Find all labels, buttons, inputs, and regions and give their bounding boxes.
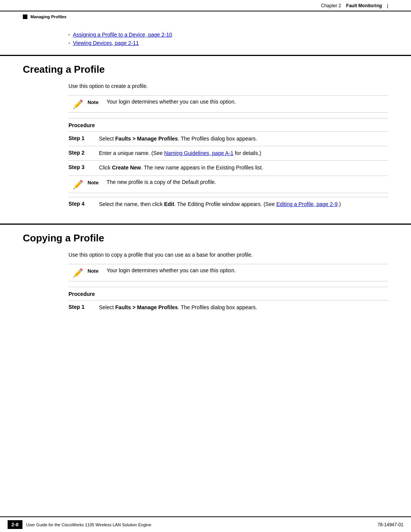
copying-step-1-content: Select Faults > Manage Profiles. The Pro… bbox=[99, 304, 388, 312]
creating-profile-heading: Creating a Profile bbox=[0, 55, 411, 75]
copying-note-container-1: ✏️ Note Your login determines whether yo… bbox=[68, 264, 388, 281]
step-2-label: Step 2 bbox=[68, 149, 99, 156]
page-number: 2-8 bbox=[8, 520, 22, 529]
bullet-list: • Assigning a Profile to a Device, page … bbox=[68, 30, 342, 47]
step-3-bold: Create New bbox=[112, 165, 141, 171]
note-pencil-icon-1: ✏️ bbox=[68, 99, 88, 109]
steps-area-1: Step 1 Select Faults > Manage Profiles. … bbox=[23, 131, 388, 208]
bullet-dot: • bbox=[68, 41, 70, 45]
note-block-2: ✏️ Note The new profile is a copy of the… bbox=[68, 176, 388, 193]
creating-profile-section: Creating a Profile Use this option to cr… bbox=[0, 55, 411, 208]
list-item: • Assigning a Profile to a Device, page … bbox=[68, 30, 342, 39]
link-editing-profile[interactable]: Editing a Profile, page 2-9 bbox=[276, 201, 338, 207]
copying-profile-section: Copying a Profile Use this option to cop… bbox=[0, 224, 411, 312]
copying-note-content: Your login determines whether you can us… bbox=[107, 267, 388, 273]
copying-intro-text: Use this option to copy a profile that y… bbox=[23, 252, 388, 258]
step-4-label: Step 4 bbox=[68, 200, 99, 207]
note-content-2: The new profile is a copy of the Default… bbox=[107, 179, 388, 185]
sidebar-section-label: Managing Profiles bbox=[30, 14, 67, 19]
note-block-1: ✏️ Note Your login determines whether yo… bbox=[23, 95, 388, 113]
pencil-icon-1: ✏️ bbox=[73, 99, 83, 109]
step-1-row: Step 1 Select Faults > Manage Profiles. … bbox=[68, 131, 388, 143]
copying-step-1-bold: Faults > Manage Profiles bbox=[115, 304, 178, 310]
copying-note-label: Note bbox=[88, 267, 107, 274]
page-footer: 2-8 User Guide for the CiscoWorks 1105 W… bbox=[0, 516, 411, 532]
link-viewing-devices[interactable]: Viewing Devices, page 2-11 bbox=[73, 40, 139, 46]
creating-profile-body: Use this option to create a profile. ✏️ … bbox=[0, 83, 411, 208]
page-header: Chapter 2 Fault Monitoring | bbox=[0, 0, 411, 11]
copying-step-1-row: Step 1 Select Faults > Manage Profiles. … bbox=[68, 300, 388, 312]
step-3-label: Step 3 bbox=[68, 164, 99, 170]
footer-doc-number: 78-14947-01 bbox=[378, 522, 403, 527]
procedure-label-2: Procedure bbox=[68, 287, 388, 297]
step-2-row: Step 2 Enter a unique name. (See Naming … bbox=[68, 146, 388, 157]
bullet-links-section: • Assigning a Profile to a Device, page … bbox=[0, 19, 411, 55]
step-4-content: Select the name, then click Edit. The Ed… bbox=[99, 200, 388, 208]
list-item: • Viewing Devices, page 2-11 bbox=[68, 39, 342, 47]
copying-profile-body: Use this option to copy a profile that y… bbox=[0, 252, 411, 312]
step-4-bold: Edit bbox=[164, 201, 174, 207]
footer-left: 2-8 User Guide for the CiscoWorks 1105 W… bbox=[8, 520, 151, 529]
copying-note-block-1: ✏️ Note Your login determines whether yo… bbox=[23, 264, 388, 281]
step-4-row: Step 4 Select the name, then click Edit.… bbox=[68, 197, 388, 208]
note-container-1: ✏️ Note Your login determines whether yo… bbox=[68, 95, 388, 113]
step-3-row: Step 3 Click Create New. The new name ap… bbox=[68, 160, 388, 172]
bullet-dot: • bbox=[68, 33, 70, 37]
footer-doc-title: User Guide for the CiscoWorks 1105 Wirel… bbox=[26, 522, 151, 527]
pencil-icon-2: ✏️ bbox=[73, 180, 83, 190]
note-label-2: Note bbox=[88, 179, 107, 185]
step-1-label: Step 1 bbox=[68, 135, 99, 141]
link-naming-guidelines[interactable]: Naming Guidelines, page A-1 bbox=[164, 150, 233, 156]
step-2-content: Enter a unique name. (See Naming Guideli… bbox=[99, 149, 388, 157]
copying-pencil-icon: ✏️ bbox=[73, 268, 83, 278]
copying-note-pencil-icon: ✏️ bbox=[68, 267, 88, 278]
procedure-label-1: Procedure bbox=[68, 118, 388, 128]
step-3-content: Click Create New. The new name appears i… bbox=[99, 164, 388, 172]
step-1-bold: Faults > Manage Profiles bbox=[115, 136, 178, 142]
creating-intro-text: Use this option to create a profile. bbox=[23, 83, 388, 89]
link-assigning-profile[interactable]: Assigning a Profile to a Device, page 2-… bbox=[73, 32, 172, 38]
copying-step-1-label: Step 1 bbox=[68, 304, 99, 310]
copying-profile-heading: Copying a Profile bbox=[0, 224, 411, 244]
note-pencil-icon-2: ✏️ bbox=[68, 179, 88, 190]
header-chapter-label: Chapter 2 Fault Monitoring | bbox=[321, 3, 388, 8]
steps-area-2: Step 1 Select Faults > Manage Profiles. … bbox=[23, 300, 388, 312]
note-label-1: Note bbox=[88, 99, 107, 105]
step-1-content: Select Faults > Manage Profiles. The Pro… bbox=[99, 135, 388, 143]
note-content-1: Your login determines whether you can us… bbox=[107, 99, 388, 105]
note-container-2: ✏️ Note The new profile is a copy of the… bbox=[68, 176, 388, 193]
